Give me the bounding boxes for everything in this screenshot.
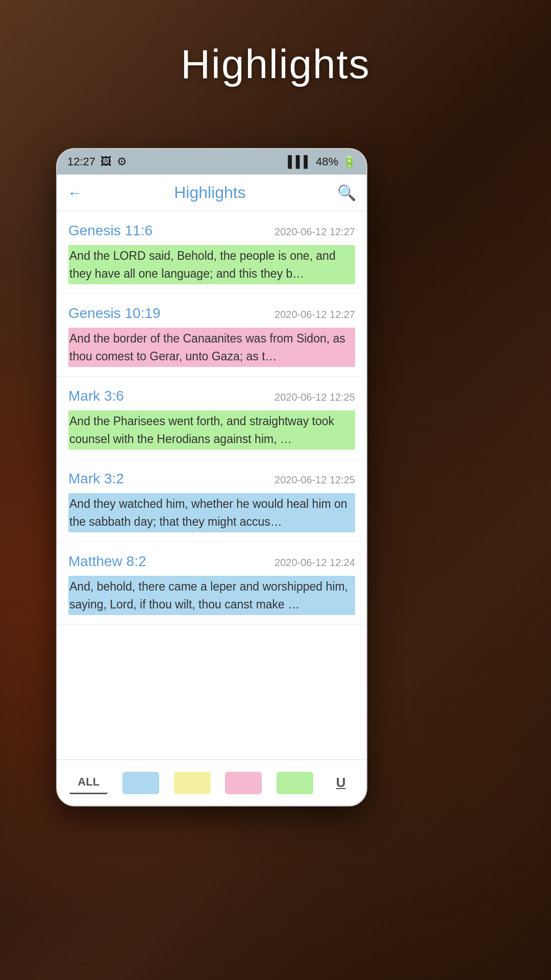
image-icon: 🖼: [101, 155, 112, 168]
list-item[interactable]: Matthew 8:2 2020-06-12 12:24 And, behold…: [57, 542, 366, 625]
page-title: Highlights: [0, 41, 551, 88]
back-button[interactable]: ←: [67, 184, 83, 202]
list-item[interactable]: Genesis 11:6 2020-06-12 12:27 And the LO…: [57, 211, 366, 294]
status-time: 12:27: [67, 155, 95, 168]
item-reference: Mark 3:6: [68, 388, 124, 404]
item-text: And, behold, there came a leper and wors…: [68, 576, 355, 615]
filter-pink-button[interactable]: [225, 772, 262, 794]
item-header: Genesis 11:6 2020-06-12 12:27: [68, 223, 355, 239]
item-reference: Mark 3:2: [68, 471, 124, 487]
item-reference: Matthew 8:2: [68, 553, 146, 570]
status-right: ▌▌▌ 48% 🔋: [288, 155, 356, 168]
list-item[interactable]: Mark 3:2 2020-06-12 12:25 And they watch…: [57, 459, 366, 542]
battery-icon: 🔋: [342, 155, 356, 168]
status-left: 12:27 🖼 ⚙: [67, 155, 127, 168]
list-item[interactable]: Mark 3:6 2020-06-12 12:25 And the Pharis…: [57, 377, 366, 459]
item-date: 2020-06-12 12:27: [274, 226, 355, 238]
list-item[interactable]: Genesis 10:19 2020-06-12 12:27 And the b…: [57, 294, 366, 377]
item-date: 2020-06-12 12:27: [274, 309, 355, 321]
signal-icon: ▌▌▌: [288, 155, 312, 168]
filter-all-button[interactable]: ALL: [69, 771, 108, 794]
item-reference: Genesis 10:19: [68, 305, 161, 322]
item-date: 2020-06-12 12:25: [274, 391, 355, 403]
item-text: And the border of the Canaanites was fro…: [68, 328, 355, 367]
search-icon[interactable]: 🔍: [337, 184, 356, 202]
item-header: Mark 3:2 2020-06-12 12:25: [68, 471, 355, 487]
battery-label: 48%: [316, 155, 338, 168]
item-text: And the LORD said, Behold, the people is…: [68, 245, 355, 284]
item-text: And the Pharisees went forth, and straig…: [68, 410, 355, 450]
item-date: 2020-06-12 12:24: [274, 557, 355, 569]
item-header: Genesis 10:19 2020-06-12 12:27: [68, 305, 355, 322]
filter-yellow-button[interactable]: [174, 772, 211, 794]
phone-frame: 12:27 🖼 ⚙ ▌▌▌ 48% 🔋 ← Highlights 🔍 Genes…: [56, 148, 367, 806]
bluetooth-icon: ⚙: [117, 155, 127, 168]
filter-bar: ALL U: [57, 760, 366, 805]
filter-blue-button[interactable]: [122, 772, 159, 794]
highlights-list: Genesis 11:6 2020-06-12 12:27 And the LO…: [57, 211, 366, 760]
item-date: 2020-06-12 12:25: [274, 474, 355, 486]
header-title: Highlights: [174, 183, 246, 202]
status-bar: 12:27 🖼 ⚙ ▌▌▌ 48% 🔋: [57, 149, 366, 175]
app-header: ← Highlights 🔍: [57, 175, 366, 211]
item-text: And they watched him, whether he would h…: [68, 493, 355, 532]
item-reference: Genesis 11:6: [68, 223, 153, 239]
item-header: Mark 3:6 2020-06-12 12:25: [68, 388, 355, 404]
filter-underline-button[interactable]: U: [328, 771, 354, 795]
filter-green-button[interactable]: [277, 772, 313, 794]
item-header: Matthew 8:2 2020-06-12 12:24: [68, 553, 355, 570]
